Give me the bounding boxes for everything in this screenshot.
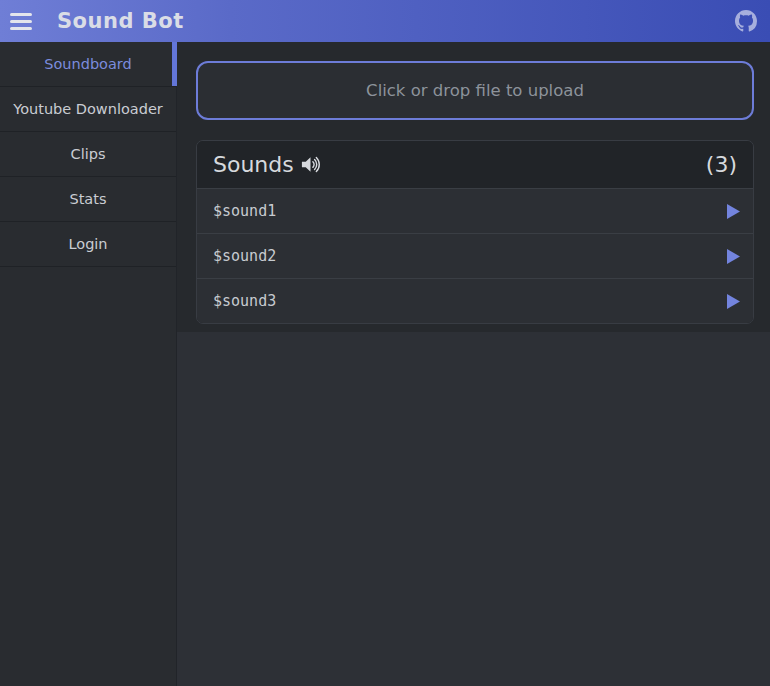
- sidebar: Soundboard Youtube Downloader Clips Stat…: [0, 42, 177, 686]
- app-title: Sound Bot: [57, 9, 184, 33]
- sound-name: $sound1: [213, 202, 276, 220]
- sidebar-item-label: Stats: [69, 191, 106, 207]
- app-body: Soundboard Youtube Downloader Clips Stat…: [0, 42, 770, 686]
- sound-row[interactable]: $sound1: [197, 188, 753, 233]
- main-content: Click or drop file to upload Sounds: [177, 42, 770, 686]
- play-icon[interactable]: [727, 294, 740, 309]
- speaker-icon: [300, 154, 321, 175]
- sidebar-item-label: Login: [68, 236, 107, 252]
- sidebar-item-stats[interactable]: Stats: [0, 177, 176, 222]
- play-icon[interactable]: [727, 204, 740, 219]
- sidebar-item-login[interactable]: Login: [0, 222, 176, 267]
- soundboard-view: Click or drop file to upload Sounds: [177, 42, 770, 332]
- sound-name: $sound3: [213, 292, 276, 310]
- file-upload-dropzone[interactable]: Click or drop file to upload: [196, 61, 754, 120]
- active-indicator: [172, 42, 177, 86]
- sidebar-item-youtube-downloader[interactable]: Youtube Downloader: [0, 87, 176, 132]
- sounds-panel: Sounds (3) $sound1: [196, 140, 754, 324]
- sidebar-item-label: Soundboard: [44, 56, 132, 72]
- sounds-count: (3): [706, 152, 737, 177]
- github-icon[interactable]: [735, 10, 757, 32]
- sidebar-item-label: Clips: [71, 146, 106, 162]
- sidebar-item-label: Youtube Downloader: [13, 101, 163, 117]
- play-icon[interactable]: [727, 249, 740, 264]
- sounds-panel-header: Sounds (3): [197, 141, 753, 188]
- sound-row[interactable]: $sound3: [197, 278, 753, 323]
- sidebar-item-clips[interactable]: Clips: [0, 132, 176, 177]
- hamburger-icon[interactable]: [10, 13, 32, 30]
- sound-name: $sound2: [213, 247, 276, 265]
- dropzone-label: Click or drop file to upload: [366, 81, 584, 100]
- sounds-title: Sounds: [213, 152, 321, 177]
- sound-row[interactable]: $sound2: [197, 233, 753, 278]
- top-bar: Sound Bot: [0, 0, 770, 42]
- sidebar-item-soundboard[interactable]: Soundboard: [0, 42, 176, 87]
